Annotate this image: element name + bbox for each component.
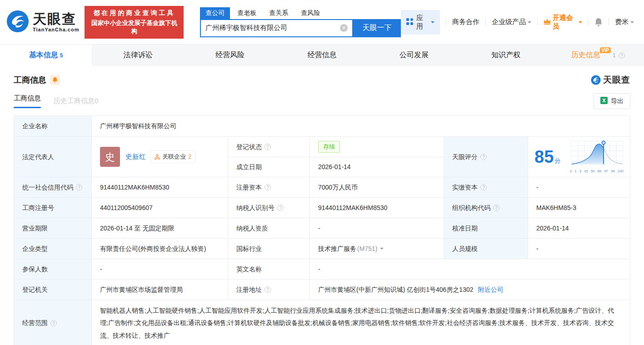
tab-basic-info[interactable]: 基本信息 5: [0, 45, 92, 66]
reg-status-label: 登记状态?: [228, 137, 310, 157]
watermark-logo: 天眼查: [591, 74, 630, 86]
tab-intellectual-property[interactable]: 知识产权: [460, 45, 552, 66]
credit-code-value: 91440112MAK6HM8530: [91, 177, 228, 197]
table-row: 登记机关 广州市黄埔区市场监督管理局 注册地址? 广州市黄埔区(中新广州知识城)…: [14, 279, 630, 300]
reg-capital-value: 7000万人民币: [310, 177, 444, 197]
tab-business-info[interactable]: 经营信息: [276, 45, 368, 66]
search-button[interactable]: 天眼一下: [353, 19, 401, 37]
svg-text:X: X: [602, 98, 606, 103]
top-header: 天眼查 TianYanCha.com 都在用的商业查询工具 国家中小企业发展子基…: [0, 0, 644, 44]
excel-icon: X: [600, 97, 608, 105]
company-name-label: 企业名称: [14, 116, 91, 136]
menu-separator: [588, 19, 589, 25]
insured-count-label: 参保人数: [14, 259, 91, 279]
tab-history-info[interactable]: 历史信息 VIP 1 ?: [552, 45, 644, 66]
menu-separator: [609, 19, 609, 25]
org-graph-icon: [155, 154, 160, 160]
section-title: 工商信息: [14, 75, 46, 85]
taxpayer-id-label: 纳税人识别号?: [228, 198, 310, 218]
apps-menu[interactable]: 应用: [401, 10, 440, 35]
taxpayer-quality-label: 纳税人资质: [228, 218, 310, 238]
tab-count: 5: [60, 52, 63, 59]
subtab-business-info[interactable]: 工商信息: [14, 94, 41, 108]
table-row: 经营范围? 智能机器人销售;人工智能硬件销售;人工智能应用软件开发;人工智能行业…: [14, 300, 630, 345]
help-icon[interactable]: ?: [277, 205, 284, 211]
tab-count: 1: [613, 52, 616, 59]
menu-enterprise[interactable]: 企业级产品: [492, 18, 531, 26]
clear-search-icon[interactable]: ✕: [340, 24, 348, 32]
table-row: 企业名称 广州稀宇极智科技有限公司: [14, 116, 630, 136]
help-icon[interactable]: ?: [265, 184, 271, 190]
credit-code-label: 统一社会信用代码?: [14, 177, 91, 197]
search-input[interactable]: [201, 24, 340, 32]
chevron-down-icon: [528, 21, 531, 25]
menu-separator: [446, 19, 446, 25]
help-icon[interactable]: ?: [76, 184, 82, 190]
business-term-value: 2026-01-14 至 无固定期限: [91, 218, 228, 238]
help-icon[interactable]: ?: [50, 320, 57, 326]
company-name-value: 广州稀宇极智科技有限公司: [91, 116, 630, 136]
tyc-score-label: 天眼评分?: [444, 137, 528, 177]
tab-company-development[interactable]: 公司发展: [368, 45, 460, 66]
menu-separator: [485, 19, 486, 25]
industry-label: 国标行业: [228, 239, 310, 259]
menu-cooperation[interactable]: 商务合作: [452, 18, 479, 26]
chevron-down-icon: [630, 21, 634, 25]
industry-code: (M751): [357, 244, 377, 254]
help-icon[interactable]: ?: [265, 144, 271, 150]
tab-operational-risk[interactable]: 经营风险: [184, 45, 276, 66]
crown-icon: [544, 18, 551, 26]
subtab-history-business-info[interactable]: 历史工商信息0: [54, 97, 98, 105]
related-companies-badge[interactable]: 关联企业 2: [150, 150, 195, 163]
menu-separator: [537, 19, 538, 25]
help-icon[interactable]: ?: [619, 52, 625, 59]
search-tab-risk[interactable]: 查风险: [295, 7, 325, 19]
help-icon[interactable]: ?: [265, 286, 271, 293]
export-button[interactable]: X 导出: [594, 93, 630, 109]
english-name-label: 英文名称: [228, 259, 310, 279]
chevron-down-icon: [431, 21, 434, 25]
vip-badge: VIP: [600, 47, 611, 53]
tianyancha-logo[interactable]: 天眼查 TianYanCha.com: [6, 10, 79, 34]
company-type-value: 有限责任公司(外商投资企业法人独资): [91, 239, 228, 259]
reg-authority-value: 广州市黄埔区市场监督管理局: [91, 280, 228, 300]
chevron-down-icon[interactable]: [380, 248, 384, 251]
score-number: 85: [534, 147, 554, 166]
reg-address-value: 广州市黄埔区(中新广州知识城) 亿创街1号406房之1302 附近公司: [310, 280, 630, 300]
search-area: 查公司 查老板 查关系 查风险 ✕ 天眼一下: [200, 7, 401, 37]
approval-date-label: 核准日期: [444, 218, 528, 238]
search-tab-boss[interactable]: 查老板: [232, 7, 262, 19]
establish-date-label: 成立日期: [228, 157, 310, 177]
tianyancha-logo-icon: [6, 10, 29, 34]
help-icon[interactable]: ?: [493, 205, 499, 211]
help-icon[interactable]: ?: [480, 184, 487, 190]
menu-user[interactable]: 费米: [615, 18, 634, 26]
paid-capital-value: -: [528, 177, 630, 197]
apps-grid-icon: [406, 18, 413, 26]
nearby-companies-link[interactable]: 附近公司: [478, 285, 504, 295]
notification-bell-icon[interactable]: [594, 18, 603, 27]
business-term-label: 营业期限: [14, 218, 91, 238]
menu-vip[interactable]: 开通会员: [544, 14, 582, 31]
reg-authority-label: 登记机关: [14, 280, 91, 300]
approval-date-value: 2026-01-14: [528, 218, 630, 238]
taxpayer-id-value: 91440112MAK6HM8530: [310, 198, 444, 218]
tab-legal-proceedings[interactable]: 法律诉讼: [92, 45, 184, 66]
legal-rep-value: 史 史新红 关联企业 2: [91, 137, 228, 177]
active-subtab-underline: [14, 107, 41, 108]
establish-date-value: 2026-01-14: [310, 157, 444, 177]
english-name-value: -: [310, 259, 630, 279]
promo-line1: 都在用的商业查询工具: [89, 9, 179, 17]
org-code-label: 组织机构代码?: [444, 198, 528, 218]
search-tab-company[interactable]: 查公司: [200, 7, 230, 19]
legal-rep-name-link[interactable]: 史新红: [125, 152, 146, 162]
score-unit: 分: [554, 157, 560, 164]
staff-size-value: -: [528, 239, 630, 259]
table-row: 法定代表人 史 史新红 关联企业 2 登记状态?: [14, 136, 630, 177]
tyc-score-value: 85分: [528, 137, 630, 177]
help-icon[interactable]: ?: [480, 154, 487, 160]
subscribe-bell-icon[interactable]: [50, 75, 60, 85]
company-nav-tabs: 基本信息 5 法律诉讼 经营风险 经营信息 公司发展 知识产权 历史信息 VIP…: [0, 44, 644, 66]
search-tab-relation[interactable]: 查关系: [264, 7, 294, 19]
industry-value: 技术推广服务 (M751): [310, 239, 444, 259]
